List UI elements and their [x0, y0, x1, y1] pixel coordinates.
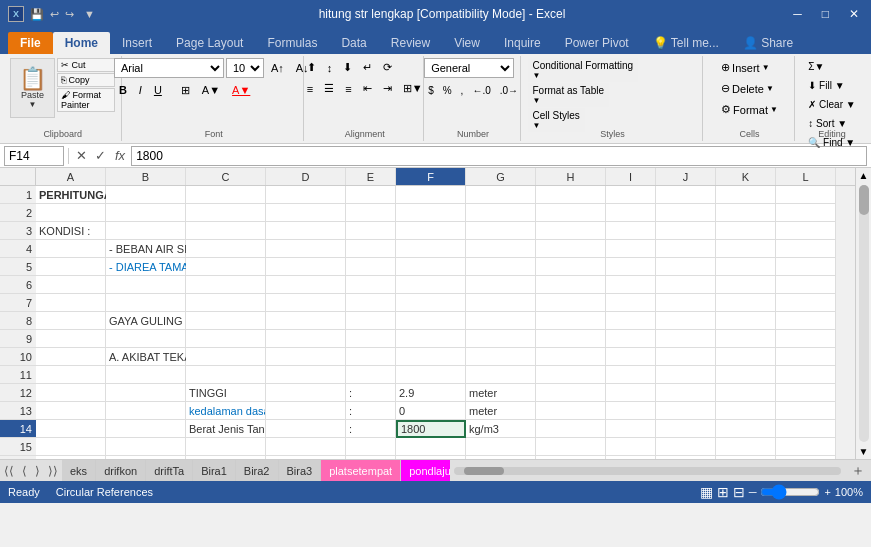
cell-k9[interactable] — [716, 330, 776, 348]
cell-i1[interactable] — [606, 186, 656, 204]
copy-button[interactable]: ⎘ Copy — [57, 73, 115, 87]
cell-d6[interactable] — [266, 276, 346, 294]
cell-d9[interactable] — [266, 330, 346, 348]
cell-h7[interactable] — [536, 294, 606, 312]
decrease-decimal-button[interactable]: ←.0 — [468, 82, 494, 99]
cell-a15[interactable] — [36, 438, 106, 456]
cell-j13[interactable] — [656, 402, 716, 420]
cell-g14[interactable]: kg/m3 — [466, 420, 536, 438]
cell-h4[interactable] — [536, 240, 606, 258]
fill-button[interactable]: ⬇ Fill ▼ — [803, 77, 849, 94]
cell-f12[interactable]: 2.9 — [396, 384, 466, 402]
paste-button[interactable]: 📋 Paste ▼ — [10, 58, 55, 118]
cell-h6[interactable] — [536, 276, 606, 294]
cell-h16[interactable] — [536, 456, 606, 459]
cell-f1[interactable] — [396, 186, 466, 204]
zoom-in-button[interactable]: + — [824, 486, 830, 498]
cell-h11[interactable] — [536, 366, 606, 384]
tab-data[interactable]: Data — [329, 32, 378, 54]
cell-a13[interactable] — [36, 402, 106, 420]
cell-b16[interactable]: Gaya Tekan ( 1 ) — [106, 456, 186, 459]
cell-e2[interactable] — [346, 204, 396, 222]
cell-l3[interactable] — [776, 222, 836, 240]
cell-b13[interactable] — [106, 402, 186, 420]
cell-k3[interactable] — [716, 222, 776, 240]
cell-a1[interactable]: PERHITUNGAN DINDING PENAHAN TANAH W1 — [36, 186, 106, 204]
orientation-button[interactable]: ⟳ — [378, 58, 397, 77]
cell-a11[interactable] — [36, 366, 106, 384]
cell-e8[interactable] — [346, 312, 396, 330]
cell-e7[interactable] — [346, 294, 396, 312]
cell-k11[interactable] — [716, 366, 776, 384]
underline-button[interactable]: U — [149, 80, 167, 100]
tab-home[interactable]: Home — [53, 32, 110, 54]
sheet-nav-prev[interactable]: ⟨ — [18, 464, 31, 478]
cell-e1[interactable] — [346, 186, 396, 204]
align-bottom-button[interactable]: ⬇ — [338, 58, 357, 77]
tab-formulas[interactable]: Formulas — [255, 32, 329, 54]
cell-a2[interactable] — [36, 204, 106, 222]
delete-button[interactable]: ⊖ Delete ▼ — [716, 79, 779, 98]
cell-d3[interactable] — [266, 222, 346, 240]
cell-l10[interactable] — [776, 348, 836, 366]
maximize-button[interactable]: □ — [818, 7, 833, 21]
cell-g7[interactable] — [466, 294, 536, 312]
cell-f11[interactable] — [396, 366, 466, 384]
cell-e11[interactable] — [346, 366, 396, 384]
cell-f15[interactable] — [396, 438, 466, 456]
cell-b4[interactable]: - BEBAN AIR SETINGGI 2 METER — [106, 240, 186, 258]
cell-f10[interactable] — [396, 348, 466, 366]
tab-insert[interactable]: Insert — [110, 32, 164, 54]
cell-l5[interactable] — [776, 258, 836, 276]
cell-l8[interactable] — [776, 312, 836, 330]
cell-b2[interactable] — [106, 204, 186, 222]
name-box[interactable]: F14 — [4, 146, 64, 166]
cell-l14[interactable] — [776, 420, 836, 438]
cell-c9[interactable] — [186, 330, 266, 348]
format-button[interactable]: ⚙ Format ▼ — [716, 100, 783, 119]
cell-d8[interactable] — [266, 312, 346, 330]
sheet-tab-bira1[interactable]: Bira1 — [193, 460, 236, 481]
cell-k13[interactable] — [716, 402, 776, 420]
cell-k12[interactable] — [716, 384, 776, 402]
cell-g4[interactable] — [466, 240, 536, 258]
view-page-layout-icon[interactable]: ⊞ — [717, 484, 729, 500]
vertical-scrollbar[interactable]: ▲ ▼ — [855, 168, 871, 459]
format-as-table-button[interactable]: Format as Table ▼ — [528, 83, 610, 107]
cell-g10[interactable] — [466, 348, 536, 366]
cell-k4[interactable] — [716, 240, 776, 258]
cut-button[interactable]: ✂ Cut — [57, 58, 115, 72]
align-right-button[interactable]: ≡ — [340, 79, 356, 98]
cell-i16[interactable] — [606, 456, 656, 459]
confirm-formula-button[interactable]: ✓ — [92, 148, 109, 163]
cell-i7[interactable] — [606, 294, 656, 312]
cell-g11[interactable] — [466, 366, 536, 384]
font-name-select[interactable]: Arial — [114, 58, 224, 78]
cell-l4[interactable] — [776, 240, 836, 258]
conditional-formatting-button[interactable]: Conditional Formatting ▼ — [528, 58, 639, 82]
cell-k2[interactable] — [716, 204, 776, 222]
cell-j14[interactable] — [656, 420, 716, 438]
border-button[interactable]: ⊞ — [176, 80, 195, 100]
cell-b1[interactable] — [106, 186, 186, 204]
cell-c2[interactable] — [186, 204, 266, 222]
cell-l15[interactable] — [776, 438, 836, 456]
cell-h14[interactable] — [536, 420, 606, 438]
cell-a4[interactable] — [36, 240, 106, 258]
clear-button[interactable]: ✗ Clear ▼ — [803, 96, 860, 113]
sheet-tab-drifkon[interactable]: drifkon — [96, 460, 146, 481]
sheet-tab-eks[interactable]: eks — [62, 460, 96, 481]
cell-a14[interactable] — [36, 420, 106, 438]
minimize-button[interactable]: ─ — [789, 7, 806, 21]
tab-review[interactable]: Review — [379, 32, 442, 54]
cell-i10[interactable] — [606, 348, 656, 366]
cell-e6[interactable] — [346, 276, 396, 294]
cell-c16[interactable] — [186, 456, 266, 459]
cell-e9[interactable] — [346, 330, 396, 348]
add-sheet-button[interactable]: ＋ — [845, 460, 871, 481]
comma-button[interactable]: , — [457, 82, 468, 99]
increase-indent-button[interactable]: ⇥ — [378, 79, 397, 98]
cell-c8[interactable] — [186, 312, 266, 330]
cell-j9[interactable] — [656, 330, 716, 348]
cell-c13[interactable]: kedalaman dasar pondasi — [186, 402, 266, 420]
